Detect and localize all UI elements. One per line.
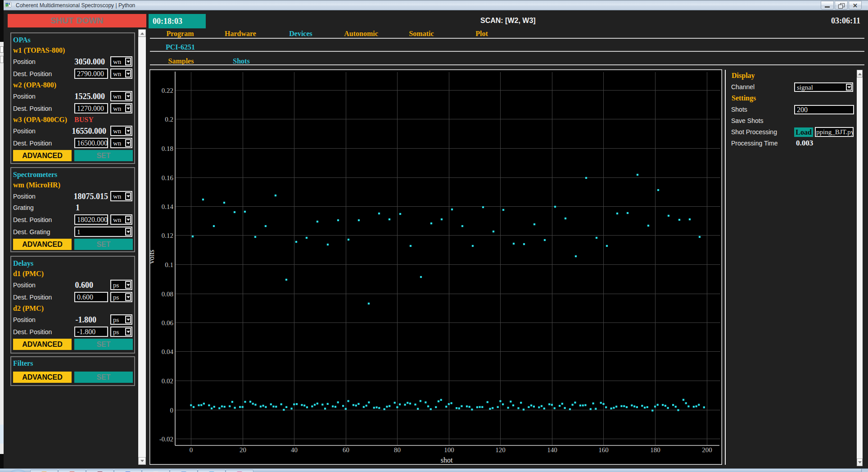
svg-text:140: 140 bbox=[547, 446, 557, 454]
svg-text:0.12: 0.12 bbox=[162, 232, 173, 239]
svg-text:-0.02: -0.02 bbox=[159, 436, 173, 443]
svg-text:80: 80 bbox=[394, 446, 401, 454]
svg-text:0.16: 0.16 bbox=[162, 174, 174, 182]
svg-text:0.02: 0.02 bbox=[162, 377, 173, 385]
svg-text:0: 0 bbox=[170, 407, 174, 414]
svg-text:60: 60 bbox=[343, 446, 349, 454]
svg-text:160: 160 bbox=[598, 446, 609, 454]
svg-text:0.06: 0.06 bbox=[162, 319, 174, 327]
svg-text:0: 0 bbox=[190, 446, 193, 454]
svg-text:0.18: 0.18 bbox=[162, 145, 173, 152]
svg-text:0.08: 0.08 bbox=[162, 290, 173, 298]
svg-text:180: 180 bbox=[650, 446, 660, 454]
svg-text:shot: shot bbox=[441, 456, 453, 464]
svg-text:0.04: 0.04 bbox=[162, 348, 174, 355]
svg-text:0.1: 0.1 bbox=[165, 261, 173, 268]
svg-text:40: 40 bbox=[291, 446, 298, 454]
svg-text:volts: volts bbox=[149, 250, 155, 263]
svg-text:0.2: 0.2 bbox=[165, 116, 173, 123]
svg-text:0.22: 0.22 bbox=[162, 87, 173, 94]
svg-text:20: 20 bbox=[240, 446, 246, 454]
svg-text:120: 120 bbox=[495, 446, 506, 454]
svg-text:0.14: 0.14 bbox=[162, 203, 174, 210]
svg-text:100: 100 bbox=[444, 446, 454, 454]
svg-text:200: 200 bbox=[702, 446, 712, 454]
